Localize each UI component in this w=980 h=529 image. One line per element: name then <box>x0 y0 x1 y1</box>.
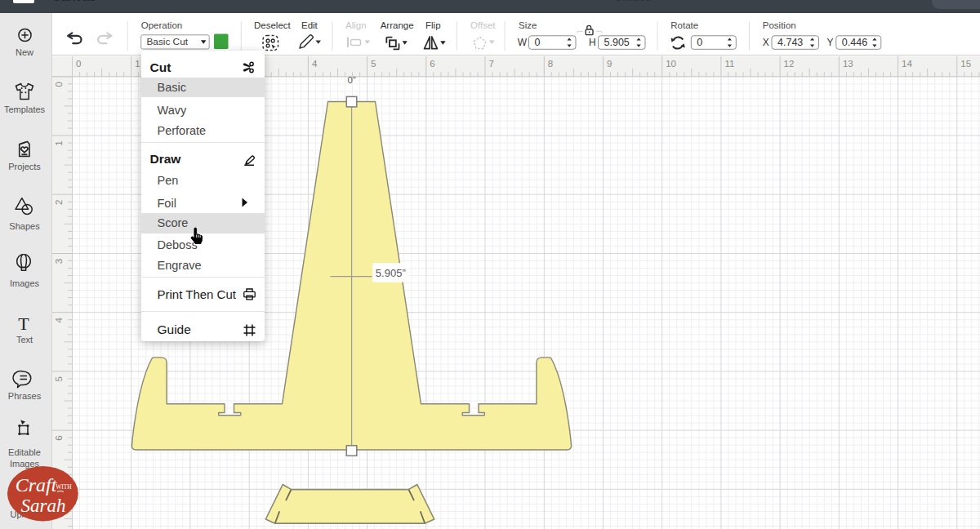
svg-text:4.743: 4.743 <box>777 37 803 48</box>
svg-text:Align: Align <box>345 20 367 30</box>
svg-text:Sarah: Sarah <box>20 495 65 515</box>
svg-text:5: 5 <box>371 59 376 69</box>
svg-text:6: 6 <box>55 435 65 440</box>
svg-text:0”: 0” <box>347 75 355 85</box>
svg-text:Y: Y <box>827 37 834 48</box>
svg-text:0: 0 <box>697 37 702 48</box>
svg-text:Templates: Templates <box>4 104 46 114</box>
svg-text:5: 5 <box>55 376 65 381</box>
svg-text:WITH: WITH <box>56 482 72 490</box>
svg-text:Deselect: Deselect <box>254 20 292 30</box>
svg-text:Rotate: Rotate <box>670 20 698 30</box>
svg-text:H: H <box>589 37 596 48</box>
svg-text:10: 10 <box>666 59 676 69</box>
svg-text:Size: Size <box>519 20 537 30</box>
svg-text:15: 15 <box>960 59 971 69</box>
svg-text:1: 1 <box>135 59 140 69</box>
svg-text:Offset: Offset <box>470 20 496 30</box>
svg-text:Images: Images <box>10 278 40 288</box>
svg-text:7: 7 <box>489 59 494 69</box>
svg-text:T: T <box>18 313 29 334</box>
svg-text:6: 6 <box>430 59 434 69</box>
svg-text:3: 3 <box>55 259 65 264</box>
svg-text:14: 14 <box>902 59 912 69</box>
svg-text:0: 0 <box>76 59 81 69</box>
svg-text:Editable: Editable <box>8 447 41 457</box>
svg-text:4: 4 <box>55 317 65 322</box>
svg-text:Projects: Projects <box>8 162 41 171</box>
svg-text:Flip: Flip <box>425 20 441 30</box>
svg-text:Shapes: Shapes <box>9 221 40 231</box>
svg-text:Text: Text <box>16 335 33 345</box>
svg-text:Phrases: Phrases <box>8 391 42 401</box>
svg-text:New: New <box>16 47 33 57</box>
svg-text:13: 13 <box>843 59 853 69</box>
svg-text:Craft: Craft <box>15 474 57 496</box>
svg-text:X: X <box>763 37 769 48</box>
svg-text:0: 0 <box>55 82 65 87</box>
svg-text:0: 0 <box>535 37 541 48</box>
svg-text:W: W <box>518 37 528 48</box>
svg-text:1: 1 <box>55 140 65 145</box>
svg-text:Edit: Edit <box>301 20 318 30</box>
svg-text:Position: Position <box>763 20 796 30</box>
svg-text:8: 8 <box>548 59 553 69</box>
svg-text:12: 12 <box>784 59 795 69</box>
svg-text:11: 11 <box>724 59 734 69</box>
svg-text:2: 2 <box>55 200 65 205</box>
svg-text:Arrange: Arrange <box>381 20 414 30</box>
svg-text:5.905”: 5.905” <box>376 267 406 279</box>
svg-text:Operation: Operation <box>141 20 183 30</box>
svg-text:4: 4 <box>312 59 318 69</box>
svg-text:Basic Cut: Basic Cut <box>147 36 189 47</box>
svg-text:5.905: 5.905 <box>604 37 630 48</box>
svg-text:0.446: 0.446 <box>842 37 867 48</box>
svg-text:9: 9 <box>607 59 612 69</box>
